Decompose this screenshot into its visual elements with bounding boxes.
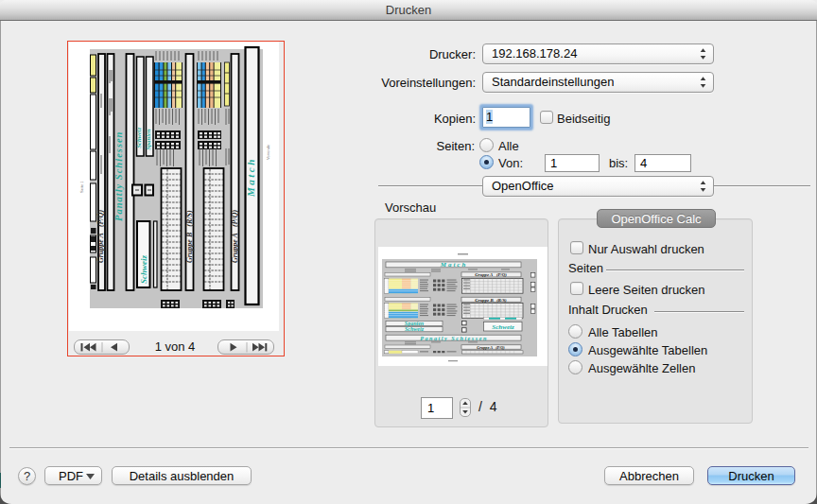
svg-text:Gruppe A (P/Q): Gruppe A (P/Q) bbox=[475, 272, 507, 277]
svg-text:Seite 1: Seite 1 bbox=[79, 181, 84, 193]
svg-text:Panatly Schiessen: Panatly Schiessen bbox=[420, 335, 488, 341]
svg-text:Gruppe A (P/Q): Gruppe A (P/Q) bbox=[96, 210, 105, 263]
svg-text:Match: Match bbox=[245, 157, 256, 198]
svg-text:Gruppe A (P/Q): Gruppe A (P/Q) bbox=[477, 345, 505, 350]
svg-text:Spanien: Spanien bbox=[405, 321, 425, 326]
svg-text:Gruppe A (P/Q): Gruppe A (P/Q) bbox=[231, 210, 239, 263]
svg-text:Gruppe B (R/S): Gruppe B (R/S) bbox=[185, 210, 194, 263]
svg-text:Spanien: Spanien bbox=[145, 129, 151, 149]
svg-text:Gruppe B (R/S): Gruppe B (R/S) bbox=[475, 298, 507, 303]
svg-text:Vorronde: Vorronde bbox=[266, 144, 270, 160]
svg-text:Schweiz: Schweiz bbox=[139, 254, 148, 284]
svg-text:Schweiz: Schweiz bbox=[135, 127, 142, 148]
svg-text:Panatly Schiessen: Panatly Schiessen bbox=[113, 131, 124, 221]
svg-text:Match: Match bbox=[440, 261, 468, 269]
svg-text:Schweiz: Schweiz bbox=[492, 323, 514, 331]
svg-text:Schweiz: Schweiz bbox=[405, 326, 425, 332]
